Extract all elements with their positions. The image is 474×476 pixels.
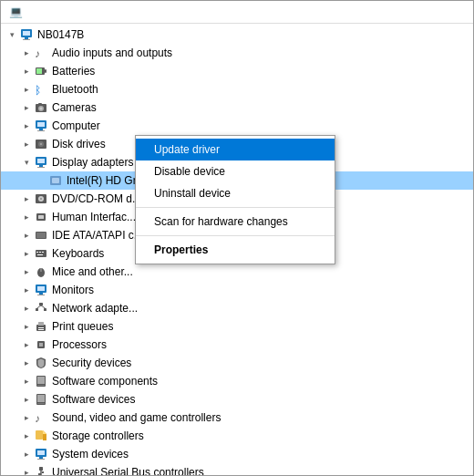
expander-mice[interactable] [19, 264, 34, 279]
context-menu-separator [136, 207, 335, 208]
expander-network[interactable] [19, 301, 34, 316]
label-human: Human Interfac... [52, 211, 136, 223]
svg-rect-32 [36, 233, 46, 238]
expander-batteries[interactable] [19, 64, 34, 78]
svg-rect-51 [38, 327, 44, 328]
expander-ide[interactable] [19, 228, 34, 243]
expander-cameras[interactable] [19, 100, 34, 115]
expander-bluetooth[interactable] [19, 82, 34, 97]
svg-rect-22 [39, 165, 43, 167]
label-bluetooth: Bluetooth [52, 83, 98, 96]
context-menu-item-disable[interactable]: Disable device [136, 160, 335, 182]
svg-rect-69 [39, 467, 43, 471]
tree-item-sound[interactable]: ♪Sound, video and game controllers [1, 409, 473, 427]
svg-rect-7 [36, 68, 42, 74]
tree-item-batteries[interactable]: Batteries [1, 62, 473, 80]
expander-computer[interactable] [19, 119, 34, 133]
tree-item-print[interactable]: Print queues [1, 317, 473, 336]
tree-item-security[interactable]: Security devices [1, 354, 473, 372]
tree-item-monitors[interactable]: Monitors [1, 281, 473, 299]
svg-rect-56 [37, 377, 45, 384]
icon-display [34, 155, 48, 170]
expander-dvd[interactable] [19, 191, 34, 206]
svg-text:♪: ♪ [35, 412, 40, 424]
tree-item-cameras[interactable]: Cameras [1, 98, 473, 117]
expander-sysdev[interactable] [19, 447, 34, 461]
expander-usb[interactable] [19, 465, 34, 475]
tree-item-bluetooth[interactable]: ᛒBluetooth [1, 80, 473, 98]
tree-item-softcomp[interactable]: Software components [1, 372, 473, 390]
icon-mice [34, 264, 48, 279]
context-menu-separator [136, 235, 335, 236]
svg-rect-44 [39, 303, 43, 305]
tree-item-proc[interactable]: Processors [1, 336, 473, 354]
expander-monitors[interactable] [19, 283, 34, 297]
expander-proc[interactable] [19, 337, 34, 352]
svg-rect-33 [36, 250, 46, 257]
svg-rect-3 [23, 39, 30, 40]
label-cameras: Cameras [52, 101, 97, 114]
svg-rect-25 [52, 178, 59, 183]
svg-rect-30 [38, 215, 44, 219]
expander-keyboards[interactable] [19, 246, 34, 261]
svg-rect-54 [39, 343, 43, 347]
svg-rect-36 [42, 252, 44, 253]
label-root: NB0147B [37, 28, 84, 41]
context-menu-item-uninstall[interactable]: Uninstall device [136, 182, 335, 204]
expander-security[interactable] [19, 356, 34, 370]
svg-rect-15 [39, 129, 43, 130]
label-proc: Processors [52, 338, 107, 351]
label-mice: Mice and other... [52, 265, 133, 278]
context-menu-item-properties[interactable]: Properties [136, 239, 335, 261]
tree-item-storage[interactable]: Storage controllers [1, 427, 473, 445]
svg-rect-43 [37, 295, 45, 295]
expander-disk[interactable] [19, 137, 34, 151]
svg-rect-6 [45, 69, 46, 73]
expander-sound[interactable] [19, 410, 34, 425]
svg-rect-21 [37, 159, 45, 163]
icon-cameras [34, 100, 48, 115]
svg-rect-35 [39, 252, 41, 253]
icon-network [34, 301, 48, 316]
icon-sound: ♪ [34, 410, 48, 425]
svg-rect-34 [36, 252, 38, 253]
expander-softcomp[interactable] [19, 374, 34, 388]
expander-storage[interactable] [19, 429, 34, 443]
icon-usb [34, 465, 48, 475]
tree-item-root[interactable]: NB0147B [1, 26, 473, 44]
expander-display[interactable] [19, 155, 34, 170]
svg-text:♪: ♪ [35, 47, 40, 59]
label-sysdev: System devices [52, 448, 129, 460]
tree-item-softdev[interactable]: Software devices [1, 390, 473, 409]
context-menu-item-update[interactable]: Update driver [136, 139, 335, 160]
icon-bluetooth: ᛒ [34, 82, 48, 97]
label-softcomp: Software components [52, 375, 158, 388]
tree-item-audio[interactable]: ♪Audio inputs and outputs [1, 44, 473, 62]
label-audio: Audio inputs and outputs [52, 47, 172, 59]
expander-softdev[interactable] [19, 392, 34, 407]
label-batteries: Batteries [52, 65, 95, 78]
tree-item-network[interactable]: Network adapte... [1, 299, 473, 317]
icon-sysdev [34, 447, 48, 461]
label-storage: Storage controllers [52, 429, 144, 442]
svg-rect-57 [37, 385, 45, 386]
svg-line-48 [41, 305, 46, 308]
svg-rect-42 [39, 293, 43, 295]
icon-keyboards [34, 246, 48, 261]
expander-root[interactable] [5, 27, 19, 42]
svg-rect-12 [38, 103, 42, 105]
tree-item-usb[interactable]: Universal Serial Bus controllers [1, 463, 473, 475]
tree-item-mice[interactable]: Mice and other... [1, 263, 473, 281]
label-dvd: DVD/CD-ROM d... [52, 192, 141, 205]
context-menu-item-scan[interactable]: Scan for hardware changes [136, 211, 335, 233]
svg-rect-2 [25, 37, 28, 39]
tree-item-sysdev[interactable]: System devices [1, 445, 473, 463]
label-usb: Universal Serial Bus controllers [52, 466, 204, 475]
expander-print[interactable] [19, 319, 34, 334]
svg-rect-23 [37, 167, 45, 168]
expander-human[interactable] [19, 210, 34, 224]
tree-item-computer[interactable]: Computer [1, 117, 473, 135]
expander-audio[interactable] [19, 46, 34, 60]
label-sound: Sound, video and game controllers [52, 411, 221, 424]
svg-rect-41 [37, 286, 45, 291]
